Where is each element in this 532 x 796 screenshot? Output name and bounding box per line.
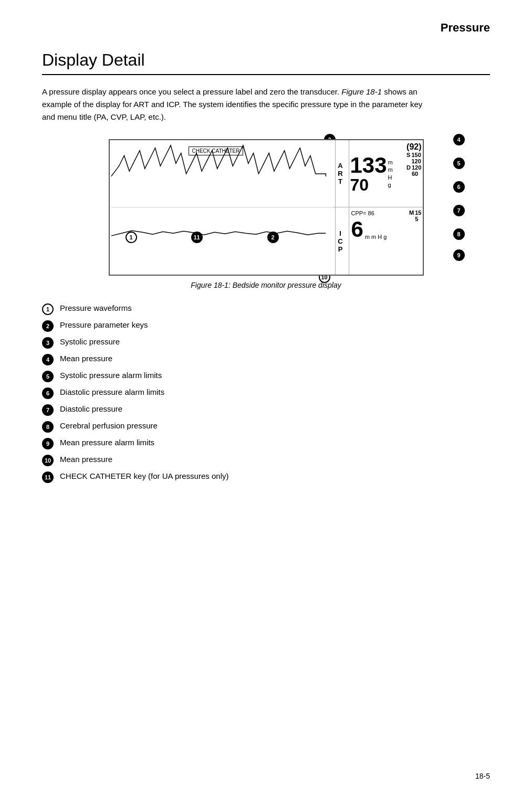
legend-text-6: Diastolic pressure alarm limits bbox=[60, 386, 490, 399]
legend-num-3: 3 bbox=[42, 337, 54, 349]
art-alarm-d: D 12060 bbox=[406, 164, 421, 177]
mean-art-value: (92) bbox=[406, 142, 421, 152]
figure-caption: Figure 18-1: Bedside monitor pressure di… bbox=[42, 281, 490, 289]
legend-num-1: 1 bbox=[42, 303, 54, 315]
legend-text-2: Pressure parameter keys bbox=[60, 319, 490, 331]
legend-item-4: 4 Mean pressure bbox=[42, 353, 490, 365]
art-right: (92) S 150120 D 12060 bbox=[405, 140, 422, 207]
legend-text-7: Diastolic pressure bbox=[60, 403, 490, 415]
figure-wrapper: 3 4 5 6 7 8 9 10 CHECK CATHETER 1 bbox=[67, 139, 466, 276]
callout-9: 9 bbox=[453, 249, 465, 261]
param-area: A R T 133 70 m m H g bbox=[333, 140, 423, 275]
legend-item-6: 6 Diastolic pressure alarm limits bbox=[42, 386, 490, 399]
callout-6: 6 bbox=[453, 181, 465, 193]
icp-alarm-m: M 155 bbox=[409, 210, 421, 222]
legend-num-2: 2 bbox=[42, 320, 54, 332]
legend-item-9: 9 Mean pressure alarm limits bbox=[42, 437, 490, 449]
page-title: Pressure bbox=[42, 21, 490, 35]
icp-value: 6 bbox=[351, 218, 363, 240]
legend-item-3: 3 Systolic pressure bbox=[42, 336, 490, 349]
section-heading: Display Detail bbox=[42, 50, 490, 70]
art-units: m m H g bbox=[388, 143, 393, 204]
callout-7: 7 bbox=[453, 205, 465, 216]
legend-text-9: Mean pressure alarm limits bbox=[60, 437, 490, 449]
legend-item-11: 11 CHECK CATHETER key (for UA pressures … bbox=[42, 470, 490, 483]
legend-text-11: CHECK CATHETER key (for UA pressures onl… bbox=[60, 470, 490, 483]
legend-item-10: 10 Mean pressure bbox=[42, 454, 490, 466]
legend-num-10: 10 bbox=[42, 455, 54, 466]
waveform-svg bbox=[110, 140, 335, 275]
callout-8: 8 bbox=[453, 228, 465, 240]
icp-right: M 155 bbox=[408, 207, 422, 275]
legend-num-4: 4 bbox=[42, 354, 54, 365]
page-number: 18-5 bbox=[475, 772, 490, 780]
legend-num-11: 11 bbox=[42, 472, 54, 483]
icp-values: CPP= 86 6 m m H g bbox=[349, 207, 409, 275]
legend-num-8: 8 bbox=[42, 421, 54, 433]
section-divider bbox=[42, 74, 490, 75]
legend-item-8: 8 Cerebral perfusion pressure bbox=[42, 420, 490, 433]
art-values: 133 70 m m H g bbox=[349, 140, 406, 207]
icp-key: I C P bbox=[333, 207, 349, 275]
intro-text: A pressure display appears once you sele… bbox=[42, 86, 436, 123]
systolic-value: 133 bbox=[350, 154, 387, 176]
legend-item-7: 7 Diastolic pressure bbox=[42, 403, 490, 416]
legend-item-5: 5 Systolic pressure alarm limits bbox=[42, 370, 490, 382]
art-numbers: 133 70 bbox=[350, 143, 387, 204]
legend-num-7: 7 bbox=[42, 404, 54, 416]
legend-num-9: 9 bbox=[42, 438, 54, 449]
art-key: A R T bbox=[333, 140, 349, 207]
legend-list: 1 Pressure waveforms 2 Pressure paramete… bbox=[42, 302, 490, 483]
art-alarm-s: S 150120 bbox=[406, 152, 421, 164]
legend-text-1: Pressure waveforms bbox=[60, 302, 490, 315]
legend-text-3: Systolic pressure bbox=[60, 336, 490, 348]
legend-num-6: 6 bbox=[42, 387, 54, 399]
monitor-box: CHECK CATHETER 1 11 2 bbox=[109, 139, 424, 276]
cpp-label: CPP= 86 bbox=[351, 210, 406, 216]
legend-text-8: Cerebral perfusion pressure bbox=[60, 420, 490, 432]
callout-5: 5 bbox=[453, 158, 465, 169]
art-section: A R T 133 70 m m H g bbox=[333, 140, 423, 207]
legend-num-5: 5 bbox=[42, 371, 54, 382]
legend-item-2: 2 Pressure parameter keys bbox=[42, 319, 490, 332]
icp-units: m m H g bbox=[365, 233, 387, 240]
legend-text-10: Mean pressure bbox=[60, 454, 490, 466]
legend-text-4: Mean pressure bbox=[60, 353, 490, 365]
waveform-area: CHECK CATHETER 1 11 2 bbox=[110, 140, 336, 275]
icp-section: I C P CPP= 86 6 m m H g bbox=[333, 207, 423, 275]
legend-item-1: 1 Pressure waveforms bbox=[42, 302, 490, 315]
legend-text-5: Systolic pressure alarm limits bbox=[60, 370, 490, 382]
callout-4: 4 bbox=[453, 134, 465, 145]
diastolic-value: 70 bbox=[350, 176, 387, 193]
